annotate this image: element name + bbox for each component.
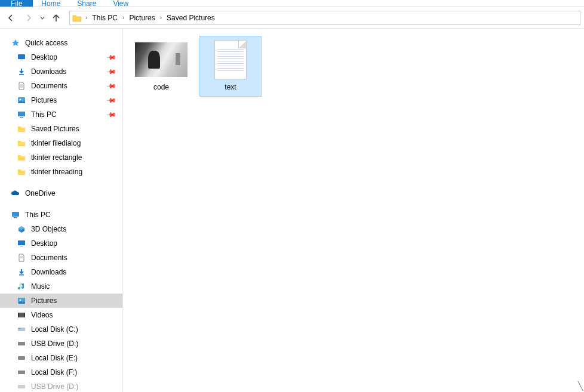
documents-icon	[17, 253, 26, 263]
sidebar-item-documents[interactable]: Documents 📌	[0, 79, 122, 93]
sidebar-item-label: Local Disk (C:)	[31, 325, 78, 334]
sidebar-item-downloads[interactable]: Downloads 📌	[0, 64, 122, 79]
downloads-icon	[17, 67, 26, 76]
chevron-right-icon[interactable]: ›	[84, 14, 88, 21]
sidebar-item-downloads-pc[interactable]: Downloads	[0, 265, 122, 279]
folder-icon	[72, 14, 82, 22]
ribbon-tab-home[interactable]: Home	[33, 0, 69, 7]
svg-rect-9	[20, 117, 23, 118]
chevron-right-icon[interactable]: ›	[121, 14, 125, 21]
sidebar-item-3d-objects[interactable]: 3D Objects	[0, 222, 122, 236]
pictures-icon	[17, 296, 26, 305]
folder-icon	[17, 124, 26, 134]
navigation-pane[interactable]: Quick access Desktop 📌 Downloads 📌 Docum…	[0, 29, 123, 392]
onedrive-icon	[11, 189, 20, 198]
back-button[interactable]	[4, 11, 18, 25]
folder-icon	[17, 153, 26, 162]
sidebar-item-label: Downloads	[31, 67, 66, 76]
desktop-icon	[17, 53, 26, 62]
svg-rect-21	[24, 313, 25, 317]
up-button[interactable]	[49, 11, 63, 25]
address-bar[interactable]: › This PC › Pictures › Saved Pictures	[69, 11, 580, 25]
sidebar-item-tkinter-filedialog[interactable]: tkinter filedialog	[0, 136, 122, 150]
breadcrumb-this-pc[interactable]: This PC	[88, 11, 121, 24]
disk-icon	[17, 325, 26, 334]
folder-icon	[17, 138, 26, 148]
sidebar-item-desktop-pc[interactable]: Desktop	[0, 236, 122, 251]
navigation-bar: › This PC › Pictures › Saved Pictures	[0, 7, 584, 29]
forward-button[interactable]	[21, 11, 36, 25]
pin-icon: 📌	[105, 94, 116, 106]
svg-rect-12	[18, 240, 25, 245]
sidebar-item-label: tkinter threading	[31, 168, 82, 176]
file-thumbnail	[135, 40, 188, 79]
sidebar-item-local-disk-f[interactable]: Local Disk (F:)	[0, 365, 122, 379]
sidebar-item-local-disk-e[interactable]: Local Disk (E:)	[0, 351, 122, 365]
sidebar-item-label: Music	[31, 282, 50, 291]
main-area: Quick access Desktop 📌 Downloads 📌 Docum…	[0, 29, 584, 392]
sidebar-item-label: Desktop	[31, 239, 57, 248]
documents-icon	[17, 81, 26, 91]
drive-icon	[17, 368, 26, 377]
sidebar-item-label: Desktop	[31, 53, 57, 61]
sidebar-item-usb-drive-d-2[interactable]: USB Drive (D:)	[0, 379, 122, 392]
folder-icon	[17, 167, 26, 177]
computer-icon	[11, 210, 20, 220]
chevron-right-icon[interactable]: ›	[159, 14, 163, 21]
svg-rect-25	[18, 356, 25, 360]
pin-icon: 📌	[105, 51, 116, 63]
sidebar-item-thispc[interactable]: This PC 📌	[0, 107, 122, 122]
breadcrumb-saved-pictures[interactable]: Saved Pictures	[163, 11, 219, 24]
3d-objects-icon	[17, 224, 26, 234]
sidebar-item-label: This PC	[25, 211, 51, 219]
sidebar-item-videos[interactable]: Videos	[0, 308, 122, 322]
videos-icon	[17, 310, 26, 320]
pictures-icon	[17, 95, 26, 105]
file-item-code[interactable]: code	[130, 36, 192, 97]
sidebar-item-documents-pc[interactable]: Documents	[0, 251, 122, 265]
svg-rect-0	[18, 54, 25, 59]
svg-point-18	[20, 300, 21, 301]
resize-grip-icon[interactable]: ╲	[578, 381, 583, 391]
sidebar-item-tkinter-threading[interactable]: tkinter threading	[0, 165, 122, 179]
sidebar-item-label: Videos	[31, 311, 53, 319]
svg-rect-20	[18, 313, 19, 317]
svg-rect-11	[14, 217, 17, 218]
pin-icon: 📌	[105, 80, 116, 91]
sidebar-this-pc[interactable]: This PC	[0, 208, 122, 222]
pin-icon: 📌	[105, 66, 116, 77]
sidebar-item-label: Saved Pictures	[31, 125, 79, 133]
sidebar-item-label: USB Drive (D:)	[31, 339, 78, 348]
sidebar-item-label: OneDrive	[25, 189, 56, 197]
svg-rect-13	[20, 246, 23, 246]
ribbon-tab-file[interactable]: File	[0, 0, 33, 7]
breadcrumb-pictures[interactable]: Pictures	[125, 11, 158, 24]
sidebar-item-tkinter-rectangle[interactable]: tkinter rectangle	[0, 150, 122, 165]
sidebar-item-label: Documents	[31, 254, 67, 262]
sidebar-item-label: Local Disk (F:)	[31, 368, 77, 376]
sidebar-item-label: Local Disk (E:)	[31, 354, 78, 362]
sidebar-item-label: Pictures	[31, 297, 57, 305]
drive-icon	[17, 382, 26, 391]
sidebar-quick-access[interactable]: Quick access	[0, 36, 122, 50]
sidebar-item-saved-pictures[interactable]: Saved Pictures	[0, 122, 122, 136]
sidebar-item-pictures[interactable]: Pictures 📌	[0, 93, 122, 107]
desktop-icon	[17, 239, 26, 248]
file-list[interactable]: code text	[123, 29, 584, 392]
file-item-text[interactable]: text	[199, 36, 262, 97]
ribbon-tab-share[interactable]: Share	[69, 0, 104, 7]
sidebar-item-local-disk-c[interactable]: Local Disk (C:)	[0, 322, 122, 337]
ribbon-tab-view[interactable]: View	[104, 0, 137, 7]
svg-rect-10	[12, 212, 19, 217]
sidebar-onedrive[interactable]: OneDrive	[0, 186, 122, 200]
sidebar-item-usb-drive-d[interactable]: USB Drive (D:)	[0, 337, 122, 351]
sidebar-item-label: Pictures	[31, 96, 57, 104]
recent-locations-dropdown[interactable]	[39, 15, 45, 21]
svg-rect-8	[18, 112, 25, 116]
svg-rect-22	[18, 328, 25, 331]
sidebar-item-music[interactable]: Music	[0, 279, 122, 294]
sidebar-item-desktop[interactable]: Desktop 📌	[0, 50, 122, 64]
sidebar-item-pictures-pc[interactable]: Pictures	[0, 294, 122, 308]
svg-rect-23	[19, 328, 20, 329]
drive-icon	[17, 339, 26, 348]
